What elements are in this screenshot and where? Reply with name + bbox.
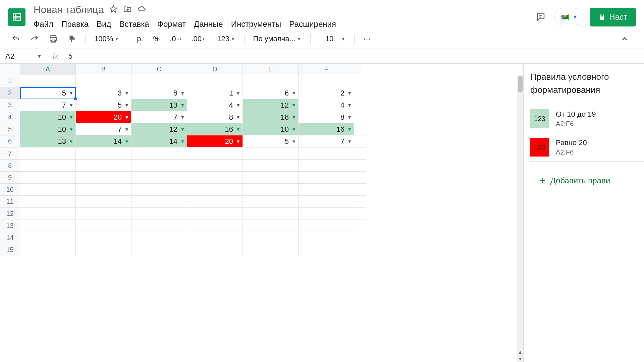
cell-dropdown-icon[interactable]: ▼ [180, 90, 185, 96]
cell-D10[interactable] [187, 184, 243, 196]
scrollbar-thumb[interactable] [518, 76, 523, 93]
cell-B7[interactable] [76, 147, 131, 160]
cell-F9[interactable] [299, 172, 354, 184]
cell-A4[interactable]: 10▼ [20, 111, 76, 123]
cell-E12[interactable] [243, 208, 299, 220]
cell-C9[interactable] [131, 172, 187, 184]
cell-E3[interactable]: 12▼ [243, 99, 299, 111]
cell-E4[interactable]: 18▼ [243, 111, 299, 123]
cell-D6[interactable]: 20▼ [187, 135, 243, 147]
redo-button[interactable] [27, 33, 42, 45]
row-header-1[interactable]: 1 [0, 75, 20, 87]
cell-dropdown-icon[interactable]: ▼ [69, 90, 73, 96]
cell-A12[interactable] [20, 208, 76, 220]
cell-A11[interactable] [20, 196, 76, 208]
cell-B4[interactable]: 20▼ [76, 111, 131, 123]
row-header-15[interactable]: 15 [0, 244, 20, 256]
cell-C10[interactable] [131, 184, 187, 196]
decrease-decimal-button[interactable]: .0↤ [166, 33, 184, 45]
document-title[interactable]: Новая таблица [34, 4, 104, 15]
cell-D3[interactable]: 4▼ [187, 99, 243, 111]
menu-item-1[interactable]: Правка [61, 18, 89, 30]
cell-C6[interactable]: 14▼ [131, 135, 187, 147]
cell-C4[interactable]: 7▼ [131, 111, 187, 123]
cell-dropdown-icon[interactable]: ▼ [236, 127, 240, 132]
cell-E1[interactable] [243, 75, 299, 87]
cell-C7[interactable] [131, 147, 187, 160]
cell-dropdown-icon[interactable]: ▼ [236, 115, 240, 120]
cell-A3[interactable]: 7▼ [20, 99, 76, 111]
cell-B9[interactable] [76, 172, 131, 184]
scroll-down-icon[interactable]: ▼ [517, 356, 523, 361]
menu-item-6[interactable]: Инструменты [231, 18, 281, 30]
menu-item-7[interactable]: Расширения [289, 18, 336, 30]
cell-F10[interactable] [299, 184, 354, 196]
cell-E15[interactable] [243, 244, 299, 256]
format-rule-0[interactable]: 123 От 10 до 19 A2:F6 [530, 105, 644, 133]
cell-D8[interactable] [187, 160, 243, 172]
cell-dropdown-icon[interactable]: ▼ [69, 103, 73, 108]
cell-E5[interactable]: 10▼ [243, 123, 299, 135]
cell-B8[interactable] [76, 160, 131, 172]
cell-D7[interactable] [187, 147, 243, 160]
font-size-select[interactable]: 10 ▼ [316, 33, 349, 45]
column-header-E[interactable]: E [243, 64, 299, 75]
cell-B1[interactable] [76, 75, 131, 87]
row-header-12[interactable]: 12 [0, 208, 20, 220]
menu-item-2[interactable]: Вид [97, 18, 111, 30]
cell-E7[interactable] [243, 147, 299, 160]
row-header-7[interactable]: 7 [0, 147, 20, 160]
cell-A2[interactable]: 5▼ [20, 87, 76, 99]
star-icon[interactable] [109, 5, 118, 15]
cell-B13[interactable] [76, 220, 131, 232]
share-button[interactable]: Наст [590, 8, 636, 26]
cell-B14[interactable] [76, 232, 131, 244]
cell-C13[interactable] [131, 220, 187, 232]
undo-button[interactable] [8, 33, 23, 45]
cell-F11[interactable] [299, 196, 354, 208]
cell-B6[interactable]: 14▼ [76, 135, 131, 147]
cell-dropdown-icon[interactable]: ▼ [180, 127, 185, 132]
row-header-14[interactable]: 14 [0, 232, 20, 244]
cell-B2[interactable]: 3▼ [76, 87, 131, 99]
row-header-3[interactable]: 3 [0, 99, 20, 111]
menu-item-4[interactable]: Формат [157, 18, 186, 30]
cell-B11[interactable] [76, 196, 131, 208]
cell-F6[interactable]: 7▼ [299, 135, 354, 147]
cell-dropdown-icon[interactable]: ▼ [291, 139, 296, 144]
menu-item-5[interactable]: Данные [194, 18, 223, 30]
cell-A5[interactable]: 10▼ [20, 123, 76, 135]
cell-dropdown-icon[interactable]: ▼ [124, 115, 129, 120]
collapse-toolbar-button[interactable] [617, 33, 632, 45]
cell-dropdown-icon[interactable]: ▼ [69, 127, 73, 132]
cell-D1[interactable] [187, 75, 243, 87]
cell-A14[interactable] [20, 232, 76, 244]
cell-B15[interactable] [76, 244, 131, 256]
format-rule-1[interactable]: 123 Равно 20 A2:F6 [530, 133, 644, 162]
cell-dropdown-icon[interactable]: ▼ [347, 103, 352, 108]
cell-F14[interactable] [299, 232, 354, 244]
cell-dropdown-icon[interactable]: ▼ [347, 127, 352, 132]
row-header-13[interactable]: 13 [0, 220, 20, 232]
cell-E8[interactable] [243, 160, 299, 172]
cell-F5[interactable]: 16▼ [299, 123, 354, 135]
cell-F13[interactable] [299, 220, 354, 232]
row-header-10[interactable]: 10 [0, 184, 20, 196]
cell-dropdown-icon[interactable]: ▼ [347, 90, 352, 96]
cell-dropdown-icon[interactable]: ▼ [124, 127, 129, 132]
cell-dropdown-icon[interactable]: ▼ [180, 115, 185, 120]
cell-D4[interactable]: 8▼ [187, 111, 243, 123]
sheets-logo[interactable] [8, 8, 25, 26]
cell-dropdown-icon[interactable]: ▼ [236, 139, 240, 144]
cell-A1[interactable] [20, 75, 76, 87]
select-all-corner[interactable] [0, 64, 20, 75]
spreadsheet-grid[interactable]: ABCDEF125▼3▼8▼1▼6▼2▼37▼5▼13▼4▼12▼4▼410▼2… [0, 64, 523, 362]
cell-A10[interactable] [20, 184, 76, 196]
cell-D9[interactable] [187, 172, 243, 184]
font-select[interactable]: По умолча... ▼ [250, 33, 305, 45]
cell-C5[interactable]: 12▼ [131, 123, 187, 135]
cell-A7[interactable] [20, 147, 76, 160]
meet-button[interactable]: ▼ [554, 8, 584, 26]
cell-C15[interactable] [131, 244, 187, 256]
cell-dropdown-icon[interactable]: ▼ [291, 115, 296, 120]
